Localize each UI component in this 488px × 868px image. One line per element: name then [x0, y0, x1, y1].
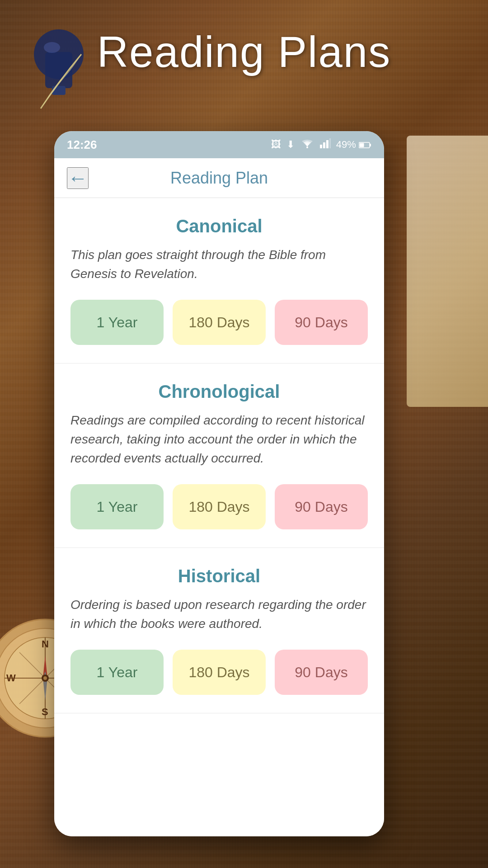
svg-rect-6 [323, 142, 325, 148]
chronological-1year-button[interactable]: 1 Year [70, 484, 164, 529]
page-title-area: Reading Plans [0, 27, 488, 77]
status-icons: 🖼 ⬇ [271, 138, 371, 151]
page-title: Reading Plans [0, 27, 488, 77]
canonical-180days-button[interactable]: 180 Days [173, 300, 266, 345]
chronological-90days-button[interactable]: 90 Days [275, 484, 368, 529]
chronological-title: Chronological [70, 382, 368, 402]
signal-icon [320, 138, 331, 151]
app-header: ← Reading Plan [54, 158, 384, 198]
svg-rect-7 [326, 140, 328, 148]
download-status-icon: ⬇ [286, 139, 295, 151]
svg-point-4 [306, 146, 308, 148]
svg-rect-10 [370, 144, 371, 146]
svg-text:S: S [42, 706, 48, 717]
back-button[interactable]: ← [67, 167, 89, 189]
historical-1year-button[interactable]: 1 Year [70, 650, 164, 695]
phone-frame: 12:26 🖼 ⬇ [54, 131, 384, 836]
status-time: 12:26 [67, 138, 97, 152]
historical-buttons: 1 Year 180 Days 90 Days [70, 650, 368, 695]
svg-point-26 [43, 676, 47, 680]
canonical-1year-button[interactable]: 1 Year [70, 300, 164, 345]
svg-rect-5 [320, 145, 322, 148]
chronological-description: Readings are compiled according to recen… [70, 411, 368, 468]
canonical-section: Canonical This plan goes straight throug… [54, 198, 384, 363]
paper-decoration [407, 136, 488, 407]
historical-title: Historical [70, 566, 368, 586]
svg-text:W: W [6, 672, 16, 684]
svg-text:N: N [42, 638, 49, 650]
canonical-description: This plan goes straight through the Bibl… [70, 245, 368, 283]
reading-plan-title: Reading Plan [170, 169, 268, 188]
battery-status: 49% [336, 139, 371, 151]
historical-180days-button[interactable]: 180 Days [173, 650, 266, 695]
wifi-icon [300, 138, 314, 151]
canonical-90days-button[interactable]: 90 Days [275, 300, 368, 345]
historical-description: Ordering is based upon research regardin… [70, 595, 368, 633]
chronological-section: Chronological Readings are compiled acco… [54, 363, 384, 548]
svg-rect-11 [360, 143, 364, 147]
svg-rect-8 [329, 138, 331, 148]
chronological-buttons: 1 Year 180 Days 90 Days [70, 484, 368, 529]
historical-90days-button[interactable]: 90 Days [275, 650, 368, 695]
content-area: Canonical This plan goes straight throug… [54, 198, 384, 836]
image-status-icon: 🖼 [271, 139, 281, 151]
historical-section: Historical Ordering is based upon resear… [54, 548, 384, 713]
chronological-180days-button[interactable]: 180 Days [173, 484, 266, 529]
canonical-buttons: 1 Year 180 Days 90 Days [70, 300, 368, 345]
status-bar: 12:26 🖼 ⬇ [54, 131, 384, 158]
canonical-title: Canonical [70, 216, 368, 236]
